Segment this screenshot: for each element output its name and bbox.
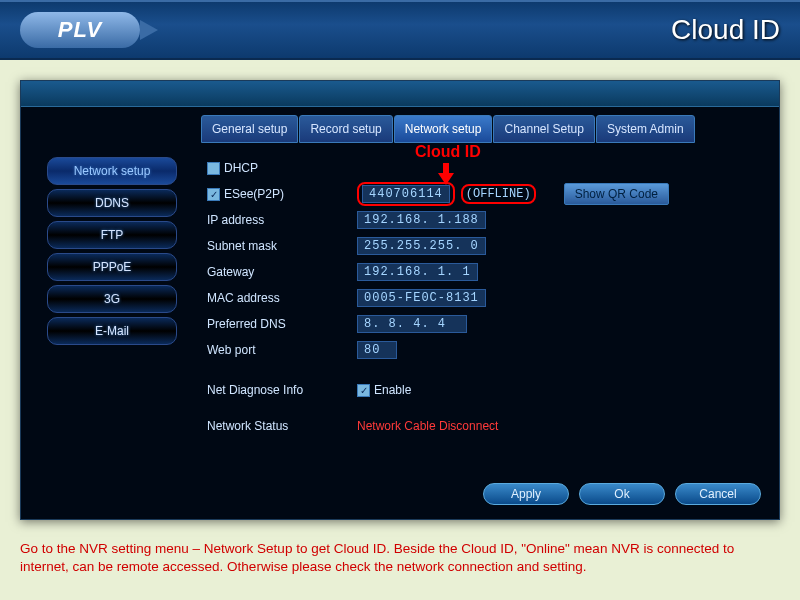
sidebar-item-3g[interactable]: 3G: [47, 285, 177, 313]
row-mac: MAC address 0005-FE0C-8131: [207, 285, 769, 311]
network-form: Cloud ID DHCP ✓ ESee(P2P) 440706114: [177, 149, 779, 479]
settings-window: General setup Record setup Network setup…: [20, 80, 780, 520]
diag-enable-label: Enable: [374, 383, 411, 397]
row-mask: Subnet mask 255.255.255. 0: [207, 233, 769, 259]
sidebar-item-ddns[interactable]: DDNS: [47, 189, 177, 217]
sidebar-item-pppoe[interactable]: PPPoE: [47, 253, 177, 281]
status-value: Network Cable Disconnect: [357, 419, 498, 433]
dialog-buttons: Apply Ok Cancel: [483, 483, 761, 505]
row-gateway: Gateway 192.168. 1. 1: [207, 259, 769, 285]
cloud-status-highlight: (OFFLINE): [461, 184, 536, 204]
show-qr-button[interactable]: Show QR Code: [564, 183, 669, 205]
dhcp-checkbox[interactable]: [207, 162, 220, 175]
diag-label: Net Diagnose Info: [207, 383, 357, 397]
brand-logo: PLV: [20, 12, 140, 48]
arrow-down-icon: [437, 163, 455, 190]
dhcp-label: DHCP: [224, 161, 258, 175]
diag-checkbox[interactable]: ✓: [357, 384, 370, 397]
brand-badge: PLV: [20, 12, 140, 48]
sidebar-item-email[interactable]: E-Mail: [47, 317, 177, 345]
main-tabs: General setup Record setup Network setup…: [201, 115, 779, 143]
row-ip: IP address 192.168. 1.188: [207, 207, 769, 233]
dns-label: Preferred DNS: [207, 317, 357, 331]
tab-system-admin[interactable]: System Admin: [596, 115, 695, 143]
row-diagnose: Net Diagnose Info ✓ Enable: [207, 377, 769, 403]
mask-field[interactable]: 255.255.255. 0: [357, 237, 486, 255]
ip-label: IP address: [207, 213, 357, 227]
cancel-button[interactable]: Cancel: [675, 483, 761, 505]
content-area: Network setup DDNS FTP PPPoE 3G E-Mail C…: [21, 149, 779, 479]
cloud-status-value: (OFFLINE): [466, 187, 531, 201]
sidebar-item-network-setup[interactable]: Network setup: [47, 157, 177, 185]
brand-text: PLV: [58, 17, 103, 43]
tab-general-setup[interactable]: General setup: [201, 115, 298, 143]
dns-field[interactable]: 8. 8. 4. 4: [357, 315, 467, 333]
mask-label: Subnet mask: [207, 239, 357, 253]
gw-field[interactable]: 192.168. 1. 1: [357, 263, 478, 281]
row-dns: Preferred DNS 8. 8. 4. 4: [207, 311, 769, 337]
cloud-id-annotation: Cloud ID: [415, 143, 481, 161]
page-header: PLV Cloud ID: [0, 0, 800, 60]
port-field[interactable]: 80: [357, 341, 397, 359]
page-title: Cloud ID: [671, 14, 780, 46]
row-port: Web port 80: [207, 337, 769, 363]
tab-channel-setup[interactable]: Channel Setup: [493, 115, 594, 143]
esee-label: ESee(P2P): [224, 187, 284, 201]
tab-network-setup[interactable]: Network setup: [394, 115, 493, 143]
row-esee: ✓ ESee(P2P) 440706114 (OFFLINE) Show QR …: [207, 181, 769, 207]
port-label: Web port: [207, 343, 357, 357]
sidebar-item-ftp[interactable]: FTP: [47, 221, 177, 249]
esee-checkbox[interactable]: ✓: [207, 188, 220, 201]
ok-button[interactable]: Ok: [579, 483, 665, 505]
row-dhcp: DHCP: [207, 155, 769, 181]
mac-label: MAC address: [207, 291, 357, 305]
row-status: Network Status Network Cable Disconnect: [207, 413, 769, 439]
gw-label: Gateway: [207, 265, 357, 279]
tab-record-setup[interactable]: Record setup: [299, 115, 392, 143]
window-titlebar: [21, 81, 779, 107]
apply-button[interactable]: Apply: [483, 483, 569, 505]
instruction-caption: Go to the NVR setting menu – Network Set…: [20, 540, 780, 576]
ip-field[interactable]: 192.168. 1.188: [357, 211, 486, 229]
sidebar: Network setup DDNS FTP PPPoE 3G E-Mail: [47, 149, 177, 479]
status-label: Network Status: [207, 419, 357, 433]
mac-field: 0005-FE0C-8131: [357, 289, 486, 307]
